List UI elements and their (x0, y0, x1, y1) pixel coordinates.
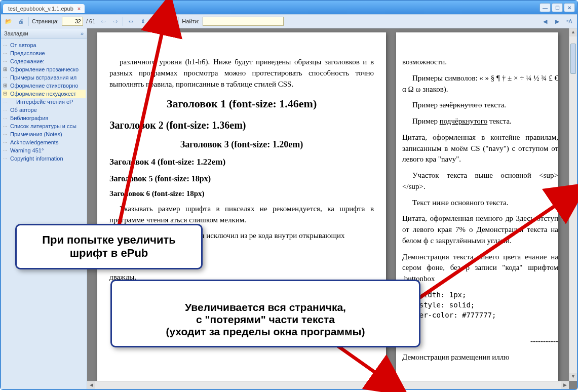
titlebar: test_epubbook_v.1.1.epub × — ☐ ✕ (1, 1, 577, 14)
bookmarks-tree: От автораПредисловиеСодержание:Оформлени… (1, 39, 87, 165)
heading-1: Заголовок 1 (font-size: 1.46em) (109, 96, 374, 112)
paragraph: Текст ниже основного текста. (402, 198, 558, 209)
next-page-icon[interactable]: ⇨ (110, 17, 120, 26)
vertical-scrollbar[interactable]: ▲ ▼ (569, 28, 577, 381)
heading-3: Заголовок 3 (font-size: 1.20em) (109, 138, 374, 151)
paragraph: ----------- (402, 336, 558, 347)
bookmark-item[interactable]: Warning 451° (2, 146, 86, 154)
paragraph: Цитата, оформленная немного др Здесь отс… (402, 213, 558, 246)
bookmark-item[interactable]: Об авторе (2, 106, 86, 114)
zoom-out-icon[interactable]: ⊖ (166, 17, 175, 26)
annotation-callout-2: Увеличивается вся страничка, с "потерями… (110, 280, 420, 347)
bookmark-item[interactable]: Интерфейс чтения eP (2, 98, 86, 106)
sidebar: Закладки » От автораПредисловиеСодержани… (1, 28, 87, 389)
bookmark-item[interactable]: Copyright information (2, 154, 86, 163)
scrollbar-thumb[interactable] (570, 44, 576, 74)
scroll-left-icon[interactable]: ◀ (87, 381, 95, 389)
tab-title: test_epubbook_v.1.1.epub (8, 6, 73, 12)
bookmark-item[interactable]: Предисловие (2, 49, 86, 57)
separator (178, 17, 179, 26)
scroll-down-icon[interactable]: ▼ (569, 373, 577, 381)
heading-2: Заголовок 2 (font-size: 1.36em) (109, 118, 374, 133)
minimize-button[interactable]: — (540, 3, 551, 12)
fit-page-icon[interactable]: ⇕ (138, 17, 147, 26)
find-next-icon[interactable]: ▶ (553, 17, 562, 26)
window-controls: — ☐ ✕ (540, 3, 575, 12)
maximize-button[interactable]: ☐ (552, 3, 563, 12)
paragraph: Указывать размер шрифта в пикселях не ре… (109, 204, 374, 226)
paragraph: Демонстрация текста синего цвета ечание … (402, 252, 558, 285)
scroll-up-icon[interactable]: ▲ (569, 28, 577, 36)
sidebar-title: Закладки (4, 30, 28, 36)
heading-5: Заголовок 5 (font-size: 18px) (109, 173, 374, 184)
bookmark-item[interactable]: Список литературы и ссы (2, 122, 86, 130)
find-label: Найти: (182, 18, 199, 24)
bookmark-item[interactable]: Примечания (Notes) (2, 130, 86, 138)
bookmark-item[interactable]: Содержание: (2, 57, 86, 65)
chevron-right-icon[interactable]: » (81, 30, 84, 36)
paragraph: Демонстрация размещения иллю (402, 352, 558, 363)
horizontal-scrollbar[interactable]: ◀ ▶ (87, 381, 569, 389)
page-right: возможности. Примеры символов: « » § ¶ †… (396, 32, 558, 389)
sidebar-header[interactable]: Закладки » (1, 28, 87, 39)
bookmark-item[interactable]: От автора (2, 41, 86, 49)
find-prev-icon[interactable]: ◀ (541, 17, 550, 26)
code-block: der-width: 1px; der-style: solid; border… (402, 290, 558, 331)
heading-6: Заголовок 6 (font-size: 18px) (109, 188, 374, 200)
paragraph: Примеры символов: « » § ¶ † ± × ÷ ¼ ½ ¾ … (402, 73, 558, 95)
underline-text: подчёркнутого (440, 117, 487, 125)
scroll-right-icon[interactable]: ▶ (561, 381, 569, 389)
prev-page-icon[interactable]: ⇦ (98, 17, 107, 26)
document-tab[interactable]: test_epubbook_v.1.1.epub × (3, 4, 85, 13)
fit-width-icon[interactable]: ⇔ (126, 17, 135, 26)
bookmark-item[interactable]: Acknowledgements (2, 138, 86, 146)
strikethrough-text: зачёркнутого (440, 101, 482, 109)
paragraph: Участок текста выше основной <sup> </sup… (402, 170, 558, 192)
find-input[interactable] (203, 17, 284, 26)
page-total: / 61 (86, 18, 95, 24)
paragraph: Пример подчёркнутого текста. (402, 116, 558, 127)
match-case-icon[interactable]: ᵃA (565, 17, 574, 26)
paragraph: возможности. (402, 57, 558, 68)
separator (28, 17, 29, 26)
page-input[interactable] (62, 17, 83, 26)
separator (123, 17, 123, 26)
separator (150, 17, 151, 26)
tab-close-icon[interactable]: × (75, 6, 83, 13)
paragraph: различного уровня (h1-h6). Ниже будут пр… (109, 57, 374, 90)
zoom-in-icon[interactable]: ⊕ (154, 17, 163, 26)
bookmark-item[interactable]: Примеры встраивания ил (2, 73, 86, 82)
paragraph: Цитата, оформленная в контейне правилам,… (402, 132, 558, 165)
annotation-callout-1: При попытке увеличить шрифт в ePub (15, 224, 203, 269)
paragraph: Пример зачёркнутого текста. (402, 100, 558, 111)
bookmark-item[interactable]: Оформление прозаическо (2, 65, 86, 73)
bookmark-item[interactable]: Библиография (2, 114, 86, 122)
open-icon[interactable]: 📂 (4, 17, 13, 26)
bookmark-item[interactable]: Оформление нехудожест (2, 90, 86, 98)
heading-4: Заголовок 4 (font-size: 1.22em) (109, 156, 374, 169)
print-icon[interactable]: 🖨 (16, 17, 25, 26)
toolbar: 📂 🖨 Страница: / 61 ⇦ ⇨ ⇔ ⇕ ⊕ ⊖ Найти: ◀ … (1, 14, 577, 28)
page-label: Страница: (32, 18, 59, 24)
bookmark-item[interactable]: Оформление стихотворно (2, 82, 86, 90)
close-button[interactable]: ✕ (564, 3, 575, 12)
